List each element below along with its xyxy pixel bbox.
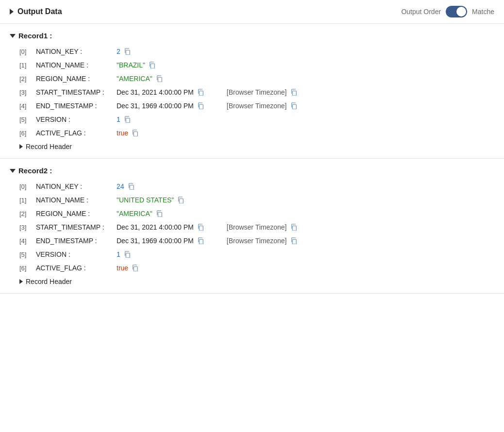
copy-button[interactable]	[123, 115, 131, 124]
copy-button[interactable]	[148, 61, 156, 69]
copy-button[interactable]	[197, 101, 204, 110]
field-value: 1	[117, 250, 120, 258]
copy-button[interactable]	[123, 47, 131, 56]
field-row: [3]START_TIMESTAMP :Dec 31, 2021 4:00:00…	[10, 220, 494, 234]
copy-timezone-button[interactable]	[290, 101, 298, 110]
svg-rect-16	[126, 253, 130, 258]
svg-rect-13	[292, 226, 296, 231]
copy-button[interactable]	[131, 129, 139, 137]
svg-rect-11	[158, 212, 162, 217]
field-name: VERSION :	[36, 250, 114, 258]
field-row: [2]REGION_NAME :"AMERICA"	[10, 72, 494, 85]
field-name: NATION_NAME :	[36, 196, 114, 204]
copy-button[interactable]	[197, 236, 204, 245]
timezone-badge: [Browser Timezone]	[227, 102, 287, 110]
chevron-down-icon	[10, 169, 16, 173]
svg-rect-0	[126, 50, 130, 55]
field-row: [6]ACTIVE_FLAG :true	[10, 261, 494, 275]
record-title-2[interactable]: Record2 :	[10, 166, 494, 175]
chevron-down-icon	[10, 34, 16, 38]
svg-rect-2	[158, 77, 162, 82]
field-index: [4]	[19, 237, 33, 245]
field-name: END_TIMESTAMP :	[36, 102, 114, 110]
copy-timezone-button[interactable]	[290, 223, 298, 232]
output-data-title[interactable]: Output Data	[10, 7, 401, 16]
copy-button[interactable]	[197, 88, 204, 97]
field-name: START_TIMESTAMP :	[36, 223, 114, 231]
field-name: REGION_NAME :	[36, 75, 114, 83]
record-label: Record1 :	[18, 32, 52, 40]
field-value: Dec 31, 1969 4:00:00 PM	[117, 102, 194, 110]
copy-timezone-button[interactable]	[290, 236, 298, 245]
record-header-label: Record Header	[26, 143, 72, 150]
svg-rect-1	[151, 64, 154, 68]
copy-button[interactable]	[155, 209, 163, 218]
field-row: [5]VERSION :1	[10, 113, 494, 126]
record-label: Record2 :	[18, 166, 52, 175]
field-name: END_TIMESTAMP :	[36, 237, 114, 245]
field-row: [2]REGION_NAME :"AMERICA"	[10, 207, 494, 220]
field-name: REGION_NAME :	[36, 210, 114, 217]
field-value: "AMERICA"	[117, 210, 152, 217]
field-index: [1]	[19, 197, 33, 204]
record-header-1[interactable]: Record Header	[10, 140, 494, 152]
field-value: Dec 31, 2021 4:00:00 PM	[117, 88, 194, 96]
record-section-1: Record1 :[0]NATION_KEY :2 [1]NATION_NAME…	[0, 24, 504, 159]
svg-rect-5	[199, 104, 203, 109]
field-index: [6]	[19, 130, 33, 137]
field-index: [0]	[19, 48, 33, 55]
field-row: [0]NATION_KEY :2	[10, 45, 494, 58]
copy-button[interactable]	[127, 182, 135, 191]
field-index: [2]	[19, 210, 33, 217]
copy-button[interactable]	[155, 74, 163, 83]
field-row: [3]START_TIMESTAMP :Dec 31, 2021 4:00:00…	[10, 85, 494, 99]
page-title: Output Data	[17, 7, 62, 16]
field-name: NATION_KEY :	[36, 183, 114, 190]
field-name: START_TIMESTAMP :	[36, 88, 114, 96]
svg-rect-17	[134, 266, 138, 271]
output-order-toggle[interactable]	[446, 6, 467, 17]
field-value: Dec 31, 2021 4:00:00 PM	[117, 223, 194, 231]
record-section-2: Record2 :[0]NATION_KEY :24 [1]NATION_NAM…	[0, 159, 504, 294]
field-value: "AMERICA"	[117, 75, 152, 83]
chevron-right-icon	[19, 144, 23, 149]
copy-button[interactable]	[131, 264, 139, 272]
field-index: [3]	[19, 224, 33, 231]
field-index: [5]	[19, 251, 33, 258]
svg-rect-3	[199, 91, 203, 96]
output-order-label: Output Order	[401, 8, 441, 16]
field-value: 24	[117, 183, 124, 190]
svg-rect-9	[130, 185, 134, 190]
field-value: "BRAZIL"	[117, 61, 145, 69]
copy-button[interactable]	[197, 223, 204, 232]
header-controls: Output Order Matche	[401, 6, 494, 17]
matched-label: Matche	[472, 8, 494, 16]
field-index: [1]	[19, 62, 33, 69]
record-title-1[interactable]: Record1 :	[10, 32, 494, 40]
expand-icon[interactable]	[10, 9, 14, 15]
svg-rect-15	[292, 239, 296, 244]
copy-timezone-button[interactable]	[290, 88, 298, 97]
field-value: 2	[117, 48, 120, 55]
field-name: VERSION :	[36, 116, 114, 123]
chevron-right-icon	[19, 279, 23, 284]
svg-rect-10	[180, 199, 184, 203]
field-index: [5]	[19, 116, 33, 123]
field-index: [6]	[19, 265, 33, 272]
field-row: [4]END_TIMESTAMP :Dec 31, 1969 4:00:00 P…	[10, 99, 494, 113]
field-row: [0]NATION_KEY :24	[10, 180, 494, 193]
field-index: [2]	[19, 75, 33, 83]
records-container: Record1 :[0]NATION_KEY :2 [1]NATION_NAME…	[0, 24, 504, 294]
field-name: NATION_KEY :	[36, 48, 114, 55]
field-row: [1]NATION_NAME :"BRAZIL"	[10, 58, 494, 72]
field-value: "UNITED STATES"	[117, 196, 174, 204]
field-row: [4]END_TIMESTAMP :Dec 31, 1969 4:00:00 P…	[10, 234, 494, 248]
svg-rect-6	[292, 104, 296, 109]
svg-rect-12	[199, 226, 203, 231]
header-bar: Output Data Output Order Matche	[0, 0, 504, 24]
svg-rect-14	[199, 239, 203, 244]
svg-rect-7	[126, 118, 130, 123]
copy-button[interactable]	[177, 196, 185, 204]
copy-button[interactable]	[123, 250, 131, 259]
record-header-2[interactable]: Record Header	[10, 275, 494, 287]
